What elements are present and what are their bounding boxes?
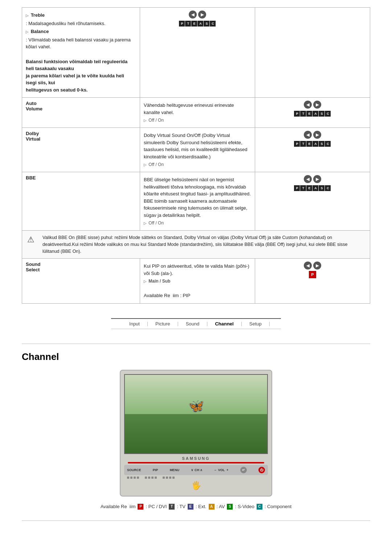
pteasc-bar-4: P T E A S C	[294, 185, 331, 191]
single-p-icon: ◀ ▶ P	[259, 262, 366, 278]
tv-dot	[137, 477, 139, 479]
bbe-offon: ▷ Off / On	[144, 220, 251, 226]
arrow-left-4[interactable]: ◀	[304, 175, 312, 183]
table-row-treble-balance: ▷ Treble : Madalsagedusliku heli rõhutam…	[22, 8, 370, 98]
letter-t: T	[185, 21, 191, 27]
arrow-left-3[interactable]: ◀	[304, 131, 312, 139]
pteasc-icon-4: ◀ ▶ P T E A S C	[259, 175, 366, 191]
tv-dot	[145, 477, 147, 479]
tv-dot	[163, 477, 165, 479]
nav-sep-5: |	[269, 321, 270, 326]
pteasc-icon-3: ◀ ▶ P T E A S C	[259, 131, 366, 147]
arrow-left[interactable]: ◀	[189, 11, 197, 19]
pteasc-icon-2: ◀ ▶ P T E A S C	[259, 101, 366, 117]
tv-dot	[155, 477, 157, 479]
regime-t-label: : TV	[177, 504, 185, 509]
treble-heading: Treble	[31, 12, 45, 18]
tv-enter-btn[interactable]: ↵	[240, 467, 247, 473]
tv-menu-btn[interactable]: MENU	[170, 468, 180, 472]
arrow-left-2[interactable]: ◀	[304, 101, 312, 109]
arrow-pair-2: ◀ ▶	[304, 101, 321, 109]
regime-badge-a: A	[209, 504, 215, 510]
regime-badge-t: T	[169, 504, 175, 510]
tv-vol-btn[interactable]: – VOL +	[215, 468, 229, 472]
treble-desc: : Madalsagedusliku heli rõhutamiseks.	[26, 20, 136, 27]
arrow-right-3[interactable]: ▶	[313, 131, 321, 139]
arrow-right[interactable]: ▶	[198, 11, 206, 19]
tv-dots-row	[124, 475, 268, 480]
auto-volume-icon-cell: ◀ ▶ P T E A S C	[255, 98, 370, 128]
auto-volume-offon: ▷ Off / On	[144, 117, 251, 123]
regime-badge-p: P	[138, 504, 143, 510]
balance-note: Balansi funktsioon võimaldab teil regule…	[26, 58, 136, 94]
table-row-sound-select: SoundSelect Kui PIP on aktiveeritud, või…	[22, 259, 370, 304]
auto-volume-label: AutoVolume	[22, 98, 140, 128]
bbe-note-row: ⚠ Valikud BBE On (BBE sisse) puhul: reži…	[27, 234, 365, 255]
dolby-virtual-label: DolbyVirtual	[22, 128, 140, 172]
tv-pip-btn[interactable]: PIP	[153, 468, 158, 472]
regime-p-label: : PC / DVI	[146, 504, 167, 509]
table-row-bbe-note: ⚠ Valikud BBE On (BBE sisse) puhul: reži…	[22, 231, 370, 259]
letter-s: S	[204, 21, 209, 27]
sound-select-label: SoundSelect	[22, 259, 140, 304]
nav-setup[interactable]: Setup	[242, 321, 269, 327]
navigation-bar-wrapper: Input | Picture | Sound | Channel | Setu…	[22, 315, 370, 333]
sound-select-desc: Kui PIP on aktiveeritud, võite te valida…	[144, 263, 251, 277]
bottom-divider	[22, 520, 370, 521]
tv-remote-icon: 🖐	[124, 481, 268, 490]
treble-balance-content: ▷ Treble : Madalsagedusliku heli rõhutam…	[22, 8, 140, 98]
letter-a: A	[197, 21, 203, 27]
sound-select-content: Kui PIP on aktiveeritud, võite te valida…	[140, 259, 255, 304]
warning-icon: ⚠	[27, 235, 39, 244]
tv-dot	[166, 477, 168, 479]
arrow-pair-4: ◀ ▶	[304, 175, 321, 183]
tv-dot	[172, 477, 175, 479]
section-divider	[22, 344, 370, 344]
bbe-content: BBE üliselge helisüsteemi näol on tegemi…	[140, 172, 255, 231]
table-row-auto-volume: AutoVolume Vähendab helitugevuse erinevu…	[22, 98, 370, 128]
table-row-bbe: BBE BBE üliselge helisüsteemi näol on te…	[22, 172, 370, 231]
tv-dot	[169, 477, 171, 479]
dolby-virtual-offon: ▷ Off / On	[144, 161, 251, 168]
arrow-pair: ◀ ▶	[189, 11, 206, 19]
tv-dot	[127, 477, 129, 479]
dolby-virtual-content: Dolby Virtual Sound On/Off (Dolby Virtua…	[140, 128, 255, 172]
tv-dot	[148, 477, 150, 479]
arrow-right-5[interactable]: ▶	[313, 262, 321, 270]
channel-title: Channel	[22, 351, 370, 362]
channel-section: Channel 🦋 SAMSUNG SOURCE PIP MENU ∨ CH ∧	[22, 351, 370, 510]
tv-dot	[134, 477, 136, 479]
regime-badge-s: S	[227, 504, 233, 510]
bbe-note-text: Valikud BBE On (BBE sisse) puhul: režiim…	[42, 234, 365, 255]
regime-e-label: : Ext.	[196, 504, 207, 509]
arrow-pair-3: ◀ ▶	[304, 131, 321, 139]
arrow-right-2[interactable]: ▶	[313, 101, 321, 109]
pteasc-bar-2: P T E A S C	[294, 111, 331, 117]
nav-sound[interactable]: Sound	[179, 321, 207, 327]
tv-dot	[130, 477, 132, 479]
sound-select-icon-cell: ◀ ▶ P	[255, 259, 370, 304]
nav-picture[interactable]: Picture	[148, 321, 177, 327]
balance-desc: : Võimaldab seada heli balanssi vasaku j…	[26, 36, 136, 50]
pteasc-icon-1: ◀ ▶ P T E A S C	[144, 11, 251, 27]
regime-c-label: : Component	[265, 504, 291, 509]
auto-volume-content: Vähendab helitugevuse erinevusi erinevat…	[140, 98, 255, 128]
tv-screen: 🦋	[124, 374, 268, 454]
nav-channel[interactable]: Channel	[208, 321, 241, 327]
balance-heading: Balance	[31, 29, 49, 34]
arrow-left-5[interactable]: ◀	[304, 262, 312, 270]
nav-input[interactable]: Input	[122, 321, 147, 327]
regime-a-label: : AV	[217, 504, 225, 509]
bbe-note-cell: ⚠ Valikud BBE On (BBE sisse) puhul: reži…	[22, 231, 370, 259]
tv-controls: SOURCE PIP MENU ∨ CH ∧ – VOL + ↵ ⏻	[124, 465, 268, 475]
arrow-right-4[interactable]: ▶	[313, 175, 321, 183]
treble-balance-icon-cell: ◀ ▶ P T E A S C	[140, 8, 255, 98]
regime-badge-e: E	[188, 504, 193, 510]
tv-power-btn[interactable]: ⏻	[258, 467, 265, 473]
dolby-virtual-icon-cell: ◀ ▶ P T E A S C	[255, 128, 370, 172]
tv-ch-btn[interactable]: ∨ CH ∧	[191, 468, 203, 472]
letter-p: P	[179, 21, 185, 27]
letter-c: C	[210, 21, 216, 27]
tv-source-btn[interactable]: SOURCE	[127, 468, 141, 472]
dolby-virtual-desc: Dolby Virtual Sound On/Off (Dolby Virtua…	[144, 132, 251, 160]
